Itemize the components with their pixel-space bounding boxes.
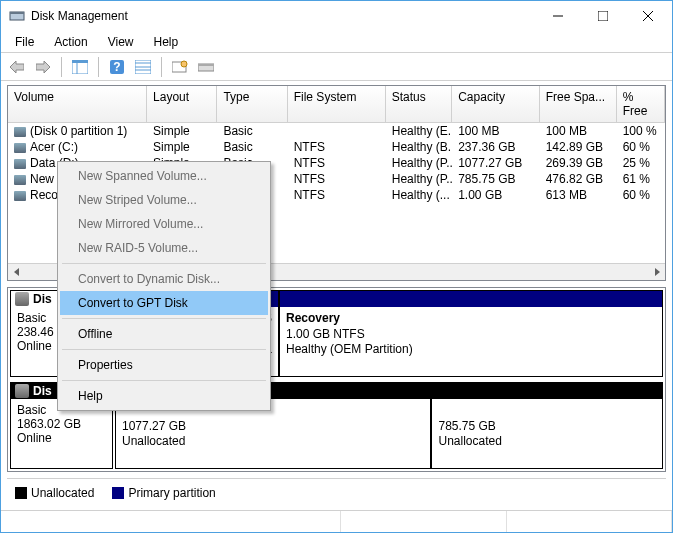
- cell: Healthy (...: [386, 187, 452, 203]
- context-menu-item: New Spanned Volume...: [60, 164, 268, 188]
- col-pctfree[interactable]: % Free: [617, 86, 665, 122]
- menu-file[interactable]: File: [5, 33, 44, 51]
- partition-state: Unallocated: [438, 434, 501, 448]
- menu-view[interactable]: View: [98, 33, 144, 51]
- statusbar: [1, 510, 672, 532]
- toolbar-drive-icon[interactable]: [194, 56, 218, 78]
- legend-primary: Primary partition: [112, 486, 215, 500]
- cell: Basic: [217, 139, 287, 155]
- disk-1-title: Dis: [33, 384, 52, 398]
- cell: 25 %: [617, 155, 665, 171]
- partition-size: 785.75 GB: [438, 419, 495, 433]
- close-button[interactable]: [625, 2, 670, 30]
- cell: (Disk 0 partition 1): [8, 123, 147, 139]
- col-status[interactable]: Status: [386, 86, 452, 122]
- disk-1-state: Online: [17, 431, 106, 445]
- cell: Healthy (B...: [386, 139, 452, 155]
- cell: 1.00 GB: [452, 187, 540, 203]
- cell: Simple: [147, 139, 217, 155]
- partition-status: Healthy (OEM Partition): [286, 342, 413, 356]
- context-menu-item: New Mirrored Volume...: [60, 212, 268, 236]
- cell: Healthy (E...: [386, 123, 452, 139]
- context-menu-item[interactable]: Convert to GPT Disk: [60, 291, 268, 315]
- cell: Basic: [217, 123, 287, 139]
- col-volume[interactable]: Volume: [8, 86, 147, 122]
- context-menu-separator: [62, 318, 266, 319]
- cell: NTFS: [288, 155, 386, 171]
- context-menu-item[interactable]: Offline: [60, 322, 268, 346]
- back-button[interactable]: [5, 56, 29, 78]
- menu-action[interactable]: Action: [44, 33, 97, 51]
- cell: Simple: [147, 123, 217, 139]
- menu-help[interactable]: Help: [144, 33, 189, 51]
- col-layout[interactable]: Layout: [147, 86, 217, 122]
- minimize-button[interactable]: [535, 2, 580, 30]
- legend-unallocated: Unallocated: [15, 486, 94, 500]
- context-menu-separator: [62, 263, 266, 264]
- cell: 476.82 GB: [540, 171, 617, 187]
- partition-fs: 1.00 GB NTFS: [286, 327, 365, 341]
- cell: NTFS: [288, 187, 386, 203]
- cell: 60 %: [617, 139, 665, 155]
- context-menu-item: New RAID-5 Volume...: [60, 236, 268, 260]
- menubar: File Action View Help: [1, 31, 672, 53]
- cell: 237.36 GB: [452, 139, 540, 155]
- svg-rect-7: [72, 60, 88, 63]
- cell: NTFS: [288, 139, 386, 155]
- legend: Unallocated Primary partition: [7, 478, 666, 506]
- volume-row[interactable]: Acer (C:)SimpleBasicNTFSHealthy (B...237…: [8, 139, 665, 155]
- cell: 100 MB: [540, 123, 617, 139]
- cell: Acer (C:): [8, 139, 147, 155]
- cell: [288, 123, 386, 139]
- col-free[interactable]: Free Spa...: [540, 86, 617, 122]
- cell: 1077.27 GB: [452, 155, 540, 171]
- help-icon[interactable]: ?: [105, 56, 129, 78]
- context-menu-item: New Striped Volume...: [60, 188, 268, 212]
- context-menu-item[interactable]: Help: [60, 384, 268, 408]
- cell: 269.39 GB: [540, 155, 617, 171]
- titlebar: Disk Management: [1, 1, 672, 31]
- forward-button[interactable]: [31, 56, 55, 78]
- cell: 100 %: [617, 123, 665, 139]
- disk-1-unallocated-2[interactable]: 785.75 GB Unallocated: [431, 382, 663, 469]
- column-headers: Volume Layout Type File System Status Ca…: [8, 86, 665, 123]
- context-menu-separator: [62, 380, 266, 381]
- svg-rect-18: [198, 64, 214, 66]
- disk-0-title: Dis: [33, 292, 52, 306]
- col-filesystem[interactable]: File System: [288, 86, 386, 122]
- cell: 613 MB: [540, 187, 617, 203]
- cell: Healthy (P...: [386, 171, 452, 187]
- svg-point-16: [181, 61, 187, 67]
- maximize-button[interactable]: [580, 2, 625, 30]
- toolbar: ?: [1, 53, 672, 81]
- cell: Healthy (P...: [386, 155, 452, 171]
- volume-row[interactable]: (Disk 0 partition 1)SimpleBasicHealthy (…: [8, 123, 665, 139]
- cell: 785.75 GB: [452, 171, 540, 187]
- context-menu-separator: [62, 349, 266, 350]
- svg-rect-1: [10, 12, 24, 14]
- toolbar-list-icon[interactable]: [131, 56, 155, 78]
- partition-state: Unallocated: [122, 434, 185, 448]
- partition-name: Recovery: [286, 311, 340, 325]
- app-icon: [9, 8, 25, 24]
- context-menu: New Spanned Volume...New Striped Volume.…: [57, 161, 271, 411]
- disk-icon: [15, 292, 29, 306]
- svg-text:?: ?: [113, 60, 120, 74]
- disk-0-partition-recovery[interactable]: Recovery 1.00 GB NTFS Healthy (OEM Parti…: [279, 290, 663, 377]
- cell: 60 %: [617, 187, 665, 203]
- cell: NTFS: [288, 171, 386, 187]
- col-type[interactable]: Type: [217, 86, 287, 122]
- col-capacity[interactable]: Capacity: [452, 86, 540, 122]
- cell: 100 MB: [452, 123, 540, 139]
- cell: 142.89 GB: [540, 139, 617, 155]
- window-title: Disk Management: [31, 9, 535, 23]
- scroll-left-icon[interactable]: [8, 264, 25, 281]
- partition-size: 1077.27 GB: [122, 419, 186, 433]
- cell: 61 %: [617, 171, 665, 187]
- scroll-right-icon[interactable]: [648, 264, 665, 281]
- toolbar-panes-icon[interactable]: [68, 56, 92, 78]
- toolbar-settings-icon[interactable]: [168, 56, 192, 78]
- context-menu-item: Convert to Dynamic Disk...: [60, 267, 268, 291]
- context-menu-item[interactable]: Properties: [60, 353, 268, 377]
- disk-icon: [15, 384, 29, 398]
